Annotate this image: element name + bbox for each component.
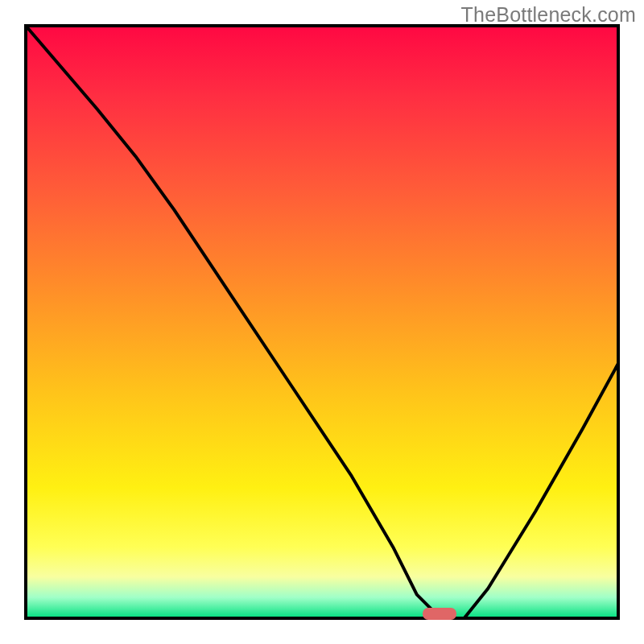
plot-area xyxy=(26,26,618,618)
chart-svg xyxy=(0,0,644,644)
watermark-text: TheBottleneck.com xyxy=(461,3,636,27)
chart-container: TheBottleneck.com xyxy=(0,0,644,644)
optimum-marker xyxy=(423,608,456,620)
